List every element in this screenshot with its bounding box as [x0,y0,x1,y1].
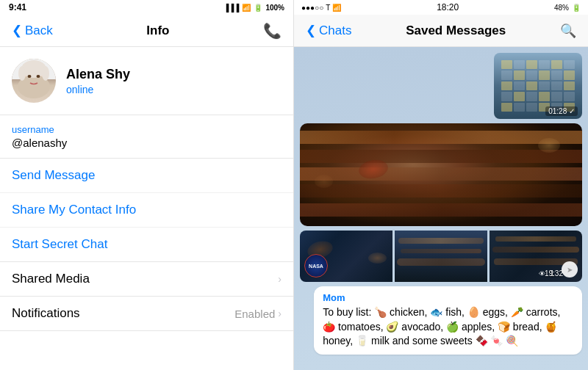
window [501,81,512,90]
svg-point-3 [18,66,26,81]
jupiter-bands [300,123,582,226]
window [551,81,562,90]
svg-point-5 [28,75,32,78]
right-panel: ●●●○○ T 📶 18:20 48% 🔋 ❮ Chats Saved Mess… [294,0,588,370]
window [564,70,575,79]
notifications-value: Enabled [234,308,275,320]
window [539,92,550,101]
notifications-right: Enabled › [234,308,282,320]
window [564,60,575,69]
avatar [12,59,56,103]
chevron-right-icon: › [278,273,282,285]
time-right: 18:20 [437,2,459,12]
swirl-1 [538,138,560,153]
shared-media-item[interactable]: Shared Media › [0,262,293,297]
wifi-icon: 📶 [242,4,251,12]
window [501,103,512,112]
back-label: Back [25,23,53,38]
status-icons-left: ▐▐▐ 📶 🔋 100% [223,4,284,12]
jupiter-image [300,123,582,226]
wifi-icon-right: 📶 [332,4,341,12]
window [526,92,537,101]
notifications-label: Notifications [12,306,80,321]
nasa-badge: NASA [304,254,328,278]
window [526,81,537,90]
message-bubble: Mom To buy list: 🍗 chicken, 🐟 fish, 🥚 eg… [314,286,582,355]
bubble-sender: Mom [323,292,573,303]
avatar-image [12,59,56,103]
window [514,60,525,69]
swirl-2 [315,175,333,188]
profile-name: Alena Shy [66,67,282,82]
page-title-right: Saved Messages [406,23,506,38]
settings-items: Shared Media › Notifications Enabled › [0,262,293,331]
signal-bars-icon: ▐▐▐ [223,4,239,12]
profile-status: online [66,84,282,95]
building-windows [501,60,575,112]
window [539,70,550,79]
username-label: username [12,124,282,135]
image-grid: NASA 👁 1 19:32 ➤ [300,231,582,282]
forward-button[interactable]: ➤ [562,261,578,278]
send-message-button[interactable]: Send Message [0,159,293,193]
window [514,70,525,79]
grid-timestamp: 19:32 [545,269,563,278]
battery-right: 48% 🔋 [554,4,581,12]
left-panel: 9:41 ▐▐▐ 📶 🔋 100% ❮ Back Info 📞 [0,0,294,370]
shared-media-label: Shared Media [12,272,90,286]
window [564,81,575,90]
action-items: Send Message Share My Contact Info Start… [0,159,293,262]
back-button[interactable]: ❮ Back [12,23,53,38]
building-timestamp: 01:28 ✓ [545,106,578,116]
window [514,103,525,112]
chevron-left-icon: ❮ [12,23,22,38]
phone-icon[interactable]: 📞 [263,22,282,40]
notifications-item[interactable]: Notifications Enabled › [0,297,293,331]
status-bar-right: ●●●○○ T 📶 18:20 48% 🔋 [294,0,588,15]
band-5 [300,203,582,217]
chats-back-button[interactable]: ❮ Chats [306,23,351,38]
share-contact-button[interactable]: Share My Contact Info [0,193,293,228]
window [526,70,537,79]
window [551,92,562,101]
band-2 [300,150,582,163]
grid-cell-1: NASA [300,231,392,282]
username-section: username @alenashy [0,115,293,159]
chats-label: Chats [319,23,351,38]
window [539,60,550,69]
profile-info: Alena Shy online [66,67,282,95]
signal-dots-icon: ●●●○○ [301,4,323,12]
window [501,92,512,101]
start-secret-chat-button[interactable]: Start Secret Chat [0,228,293,261]
chat-area[interactable]: 01:28 ✓ [294,47,588,370]
status-bar-left: 9:41 ▐▐▐ 📶 🔋 100% [0,0,293,15]
window [526,103,537,112]
battery-percent-right: 48% [554,4,569,12]
band-3 [300,167,582,181]
shared-media-right: › [278,273,282,285]
nav-bar-left: ❮ Back Info 📞 [0,15,293,47]
window [564,92,575,101]
carrier-icon: T [326,4,330,12]
window [539,81,550,90]
signal-dots: ●●●○○ T 📶 [301,4,341,12]
grid-cell-3: 👁 1 19:32 ➤ [490,231,582,282]
username-value: @alenashy [12,137,282,149]
window [551,70,562,79]
band-4 [300,184,582,197]
notifications-chevron-icon: › [278,308,282,319]
svg-point-6 [37,75,40,78]
window [526,60,537,69]
time-left: 9:41 [9,2,26,12]
search-icon[interactable]: 🔍 [560,23,576,39]
building-image: 01:28 ✓ [494,53,582,119]
bubble-text: To buy list: 🍗 chicken, 🐟 fish, 🥚 eggs, … [323,305,573,349]
profile-section: Alena Shy online [0,47,293,115]
chevron-left-icon-right: ❮ [306,23,316,38]
window [514,81,525,90]
grid-cell-2 [395,231,487,282]
page-title-left: Info [146,23,169,38]
window [551,60,562,69]
window [501,60,512,69]
battery-percent-left: 100% [265,4,284,12]
